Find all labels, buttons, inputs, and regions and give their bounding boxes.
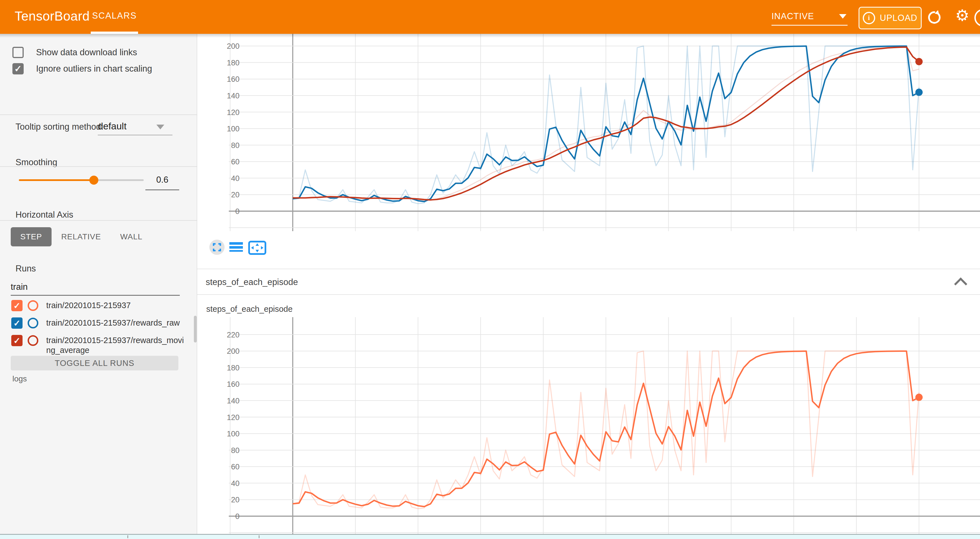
dropdown-underline xyxy=(772,25,848,26)
series-end-dot[interactable] xyxy=(915,58,923,65)
y-tick-label: 200 xyxy=(227,347,240,356)
run-checkbox-icon[interactable]: ✓ xyxy=(11,300,22,311)
y-tick-label: 60 xyxy=(231,462,240,471)
horizontal-axis-label: Horizontal Axis xyxy=(16,210,73,220)
chart-toolbar xyxy=(207,238,269,256)
tooltip-sorting-label: Tooltip sorting method: xyxy=(16,122,103,132)
y-tick-label: 20 xyxy=(231,191,240,199)
tooltip-sorting-select[interactable]: default xyxy=(98,121,157,132)
y-tick-label: 200 xyxy=(227,42,240,51)
tooltip-sorting-row: Tooltip sorting method: default xyxy=(16,122,103,132)
slider-fill xyxy=(19,179,94,181)
run-checkbox-icon[interactable]: ✓ xyxy=(11,335,22,346)
chevron-up-icon[interactable] xyxy=(954,277,967,291)
data-status-dropdown[interactable]: INACTIVE xyxy=(772,8,848,24)
upload-label: UPLOAD xyxy=(880,13,917,23)
y-tick-label: 0 xyxy=(235,512,240,521)
run-label: train/20201015-215937/rewards_raw xyxy=(46,318,186,328)
help-icon[interactable] xyxy=(974,9,980,27)
smoothing-label: Smoothing xyxy=(16,157,57,167)
runs-label: Runs xyxy=(16,263,36,274)
y-tick-label: 120 xyxy=(227,108,240,117)
checkbox-checked-icon[interactable]: ✓ xyxy=(13,63,24,75)
ignore-outliers-row[interactable]: ✓ Ignore outliers in chart scaling xyxy=(13,63,152,75)
info-icon: i xyxy=(863,12,875,24)
app-header: TensorBoard SCALARS INACTIVE i UPLOAD ⚙ xyxy=(0,0,980,34)
strip-tick xyxy=(259,535,259,538)
run-row[interactable]: ✓train/20201015-215937/rewards_moving_av… xyxy=(11,335,186,355)
sidebar: Show data download links ✓ Ignore outlie… xyxy=(0,34,197,539)
smoothing-slider[interactable] xyxy=(19,179,144,181)
tab-scalars[interactable]: SCALARS xyxy=(91,11,138,21)
y-tick-label: 60 xyxy=(231,158,240,166)
divider xyxy=(0,115,197,115)
y-tick-label: 180 xyxy=(227,364,240,372)
checkbox-label: Ignore outliers in chart scaling xyxy=(36,64,152,74)
run-color-circle-icon[interactable] xyxy=(28,335,38,346)
smoothing-value[interactable]: 0.6 xyxy=(145,175,179,185)
tag-section-header[interactable]: steps_of_each_episode xyxy=(197,269,980,295)
series-end-dot[interactable] xyxy=(915,89,923,96)
input-underline xyxy=(11,295,180,296)
refresh-icon[interactable] xyxy=(926,10,942,26)
y-tick-label: 140 xyxy=(227,92,240,100)
tag-section-title: steps_of_each_episode xyxy=(206,277,298,287)
header-shadow xyxy=(0,34,980,38)
y-tick-label: 120 xyxy=(227,413,240,422)
checkbox-label: Show data download links xyxy=(36,47,137,57)
y-tick-label: 20 xyxy=(231,496,240,504)
sidebar-scrollbar[interactable] xyxy=(194,316,197,343)
divider xyxy=(0,166,197,167)
runs-list: ✓train/20201015-215937✓train/20201015-21… xyxy=(11,300,186,361)
horizontal-axis-options: STEPRELATIVEWALL xyxy=(11,227,152,246)
tab-active-underline xyxy=(91,32,138,34)
settings-gear-icon[interactable]: ⚙ xyxy=(955,6,969,24)
haxis-option-step[interactable]: STEP xyxy=(11,227,52,246)
y-tick-label: 0 xyxy=(235,207,240,216)
run-color-circle-icon[interactable] xyxy=(28,318,38,329)
show-download-links-row[interactable]: Show data download links xyxy=(13,47,137,58)
y-tick-label: 160 xyxy=(227,75,240,83)
chevron-down-icon[interactable] xyxy=(156,124,164,129)
status-value: INACTIVE xyxy=(772,11,814,21)
y-tick-label: 100 xyxy=(227,124,240,133)
slider-thumb[interactable] xyxy=(89,175,98,185)
run-row[interactable]: ✓train/20201015-215937/rewards_raw xyxy=(11,317,186,329)
bottom-strip xyxy=(0,534,980,539)
chart-card-title: steps_of_each_episode xyxy=(206,305,293,314)
expand-icon[interactable] xyxy=(209,239,224,255)
upload-button[interactable]: i UPLOAD xyxy=(859,7,922,29)
y-tick-label: 80 xyxy=(231,446,240,455)
toggle-all-runs-button[interactable]: TOGGLE ALL RUNS xyxy=(11,356,178,370)
y-tick-label: 40 xyxy=(231,479,240,488)
chevron-down-icon xyxy=(839,14,846,19)
run-color-circle-icon[interactable] xyxy=(28,300,38,311)
grid xyxy=(229,317,980,534)
horizontal-bars-icon[interactable] xyxy=(229,242,243,252)
strip-tick xyxy=(127,535,128,538)
series-end-dot[interactable] xyxy=(915,394,923,401)
y-tick-label: 40 xyxy=(231,174,240,183)
run-checkbox-icon[interactable]: ✓ xyxy=(11,317,22,329)
steps-of-each-episode-chart[interactable]: 020406080100120140160180200220 xyxy=(197,317,980,534)
y-tick-label: 80 xyxy=(231,141,240,150)
y-tick-label: 140 xyxy=(227,397,240,405)
y-tick-label: 100 xyxy=(227,430,240,438)
run-label: train/20201015-215937/rewards_moving_ave… xyxy=(46,335,186,355)
y-tick-label: 220 xyxy=(227,331,240,339)
run-filter-input[interactable]: train xyxy=(11,282,28,292)
haxis-option-wall[interactable]: WALL xyxy=(110,227,152,246)
logs-directory-label: logs xyxy=(13,374,27,383)
smoothing-value-underline xyxy=(145,190,179,190)
y-tick-label: 180 xyxy=(227,59,240,67)
select-underline xyxy=(98,135,172,135)
y-tick-label: 160 xyxy=(227,380,240,389)
haxis-option-relative[interactable]: RELATIVE xyxy=(52,227,110,246)
app-title: TensorBoard xyxy=(15,8,90,24)
run-label: train/20201015-215937 xyxy=(46,300,186,310)
rewards-chart[interactable]: 0204060801001201401601802000204060801001… xyxy=(197,34,980,231)
divider xyxy=(0,220,197,221)
pan-arrows-icon[interactable] xyxy=(249,242,266,254)
checkbox-unchecked-icon[interactable] xyxy=(13,47,24,58)
run-row[interactable]: ✓train/20201015-215937 xyxy=(11,300,186,311)
